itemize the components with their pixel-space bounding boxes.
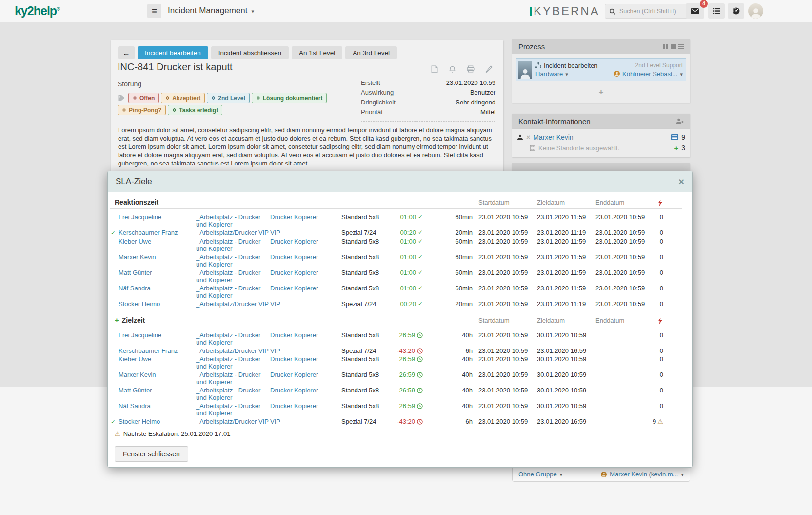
person-link[interactable]: Frei Jacqueline bbox=[119, 331, 196, 339]
modal-body: Reaktionszeit Startdatum Zieldatum Endda… bbox=[108, 192, 692, 462]
check-icon bbox=[418, 300, 423, 308]
add-contact-icon[interactable] bbox=[676, 118, 684, 124]
subcategory-link[interactable]: Drucker Kopierer bbox=[270, 355, 341, 363]
document-icon[interactable] bbox=[431, 65, 438, 73]
main-menu-button[interactable] bbox=[147, 4, 161, 18]
person-link[interactable]: Kieber Uwe bbox=[119, 355, 196, 363]
back-button[interactable] bbox=[118, 46, 135, 59]
pencil-icon[interactable] bbox=[485, 65, 493, 73]
target-date: 23.01.2020 11:59 bbox=[537, 253, 595, 261]
person-link[interactable]: Matt Günter bbox=[119, 269, 196, 276]
status-tag[interactable]: Lösung dokumentiert bbox=[252, 93, 327, 103]
subcategory-link[interactable]: VIP bbox=[270, 347, 341, 354]
person-link[interactable]: Kieber Uwe bbox=[119, 238, 196, 245]
incident-action-button[interactable]: An 1st Level bbox=[292, 46, 342, 59]
status-tag[interactable]: Offen bbox=[128, 93, 159, 103]
group-dropdown[interactable]: Ohne Gruppe bbox=[518, 471, 562, 478]
remove-contact-icon[interactable] bbox=[526, 133, 530, 141]
chevron-down-icon[interactable] bbox=[565, 70, 568, 78]
category-link[interactable]: _Arbeitsplatz - Drucker und Kopierer bbox=[196, 269, 270, 284]
gear-icon bbox=[172, 108, 177, 112]
search-input[interactable] bbox=[618, 7, 679, 15]
bell-icon[interactable] bbox=[449, 65, 456, 73]
subcategory-link[interactable]: VIP bbox=[270, 418, 341, 425]
assignee-dropdown[interactable]: Köhlmeier Sebast... bbox=[622, 70, 677, 78]
escalation-cell: 0 bbox=[652, 253, 663, 261]
category-link[interactable]: _Arbeitsplatz - Drucker und Kopierer bbox=[196, 355, 270, 370]
dashboard-button[interactable] bbox=[728, 3, 744, 19]
task-list-button[interactable] bbox=[708, 3, 725, 19]
add-location-icon[interactable]: + bbox=[674, 144, 678, 152]
search-box[interactable] bbox=[605, 4, 691, 19]
modal-title: SLA-Ziele bbox=[116, 177, 678, 186]
person-link[interactable]: Stocker Heimo bbox=[119, 418, 196, 425]
person-link[interactable]: Frei Jacqueline bbox=[119, 213, 196, 221]
remaining-time: 26:59 bbox=[387, 371, 425, 378]
end-date: 23.01.2020 10:59 bbox=[595, 300, 652, 308]
process-activity-card[interactable]: Incident bearbeiten 2nd Level Support Ha… bbox=[516, 58, 686, 81]
incident-action-button[interactable]: An 3rd Level bbox=[345, 46, 397, 59]
devices-icon[interactable] bbox=[671, 134, 678, 141]
subcategory-link[interactable]: Drucker Kopierer bbox=[270, 285, 341, 292]
category-link[interactable]: _Arbeitsplatz - Drucker und Kopierer bbox=[196, 238, 270, 252]
subcategory-link[interactable]: Drucker Kopierer bbox=[270, 331, 341, 339]
escalation-cell: 0 bbox=[652, 213, 663, 221]
sla-row: Frei Jacqueline _Arbeitsplatz - Drucker … bbox=[110, 331, 682, 347]
person-link[interactable]: Kerschbaumer Franz bbox=[119, 229, 196, 236]
subcategory-link[interactable]: Drucker Kopierer bbox=[270, 269, 341, 276]
app-logo[interactable]: ky2help® bbox=[15, 4, 60, 18]
mail-button[interactable]: 4 bbox=[686, 3, 704, 19]
person-link[interactable]: Näf Sandra bbox=[119, 402, 196, 410]
user-dropdown[interactable]: Marxer Kevin (kevin.m... bbox=[601, 471, 684, 478]
contact-name-link[interactable]: Marxer Kevin bbox=[533, 133, 573, 141]
app-menu-dropdown[interactable]: Incident Management bbox=[168, 6, 254, 16]
category-link[interactable]: _Arbeitsplatz/Drucker VIP bbox=[196, 229, 270, 236]
category-link[interactable]: _Arbeitsplatz - Drucker und Kopierer bbox=[196, 371, 270, 386]
category-dropdown[interactable]: Hardware bbox=[535, 70, 563, 78]
incident-action-button[interactable]: Incident bearbeiten bbox=[138, 46, 208, 59]
category-link[interactable]: _Arbeitsplatz/Drucker VIP bbox=[196, 300, 270, 308]
category-link[interactable]: _Arbeitsplatz - Drucker und Kopierer bbox=[196, 387, 270, 401]
person-link[interactable]: Kerschbaumer Franz bbox=[119, 347, 196, 354]
person-link[interactable]: Näf Sandra bbox=[119, 285, 196, 292]
category-link[interactable]: _Arbeitsplatz - Drucker und Kopierer bbox=[196, 253, 270, 268]
close-window-button[interactable]: Fenster schliessen bbox=[115, 446, 188, 462]
check-icon bbox=[418, 269, 423, 276]
category-link[interactable]: _Arbeitsplatz - Drucker und Kopierer bbox=[196, 285, 270, 299]
subcategory-link[interactable]: Drucker Kopierer bbox=[270, 253, 341, 261]
chevron-down-icon[interactable] bbox=[680, 70, 683, 78]
add-activity-button[interactable] bbox=[516, 85, 686, 99]
category-link[interactable]: _Arbeitsplatz/Drucker VIP bbox=[196, 418, 270, 425]
status-tag[interactable]: 2nd Level bbox=[207, 93, 249, 103]
user-avatar[interactable] bbox=[748, 3, 763, 19]
person-link[interactable]: Marxer Kevin bbox=[119, 253, 196, 261]
person-link[interactable]: Marxer Kevin bbox=[119, 371, 196, 378]
person-link[interactable]: Stocker Heimo bbox=[119, 300, 196, 308]
printer-icon[interactable] bbox=[467, 65, 475, 73]
chevron-down-icon bbox=[681, 471, 684, 478]
subcategory-link[interactable]: VIP bbox=[270, 229, 341, 236]
close-icon[interactable] bbox=[678, 176, 684, 187]
subcategory-link[interactable]: Drucker Kopierer bbox=[270, 402, 341, 410]
status-tag[interactable]: Tasks erledigt bbox=[168, 105, 222, 115]
category-link[interactable]: _Arbeitsplatz - Drucker und Kopierer bbox=[196, 331, 270, 346]
start-date: 23.01.2020 10:59 bbox=[478, 387, 537, 394]
subcategory-link[interactable]: Drucker Kopierer bbox=[270, 387, 341, 394]
status-tag[interactable]: Ping-Pong? bbox=[118, 105, 166, 115]
rows-icon[interactable] bbox=[678, 44, 684, 49]
status-tag[interactable]: Akzeptiert bbox=[161, 93, 205, 103]
incident-action-button[interactable]: Incident abschliessen bbox=[211, 46, 289, 59]
subcategory-link[interactable]: VIP bbox=[270, 300, 341, 308]
person-link[interactable]: Matt Günter bbox=[119, 387, 196, 394]
subcategory-link[interactable]: Drucker Kopierer bbox=[270, 238, 341, 245]
escalation-count: 0 bbox=[660, 253, 663, 261]
category-link[interactable]: _Arbeitsplatz - Drucker und Kopierer bbox=[196, 213, 270, 228]
subcategory-link[interactable]: Drucker Kopierer bbox=[270, 213, 341, 221]
sla-type: Spezial 7/24 bbox=[341, 229, 387, 236]
subcategory-link[interactable]: Drucker Kopierer bbox=[270, 371, 341, 378]
category-link[interactable]: _Arbeitsplatz/Drucker VIP bbox=[196, 347, 270, 354]
square-icon[interactable] bbox=[671, 44, 676, 49]
columns-icon[interactable] bbox=[663, 44, 668, 49]
start-date: 23.01.2020 10:59 bbox=[478, 285, 537, 292]
category-link[interactable]: _Arbeitsplatz - Drucker und Kopierer bbox=[196, 402, 270, 417]
